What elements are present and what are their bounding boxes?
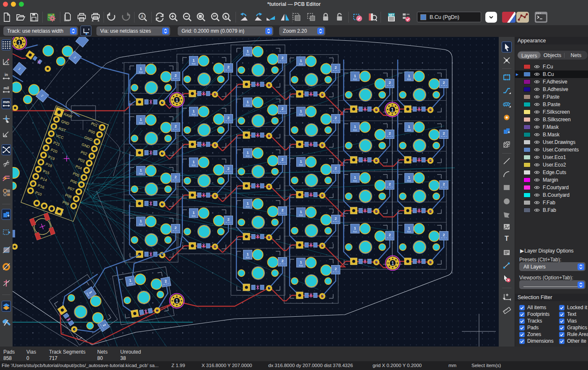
svg-text:mil: mil [3, 86, 9, 90]
svg-text:1: 1 [175, 298, 178, 304]
svg-text:1: 1 [391, 107, 394, 113]
svg-text:A: A [141, 14, 144, 19]
svg-text:1: 1 [391, 260, 394, 266]
svg-text:NET: NET [389, 13, 394, 16]
svg-text:1: 1 [175, 97, 178, 103]
svg-text:mm: mm [3, 100, 10, 104]
svg-text:θ: θ [7, 61, 8, 64]
svg-text:1: 1 [18, 39, 21, 46]
svg-text:T: T [505, 235, 509, 242]
svg-text:in: in [5, 73, 8, 77]
